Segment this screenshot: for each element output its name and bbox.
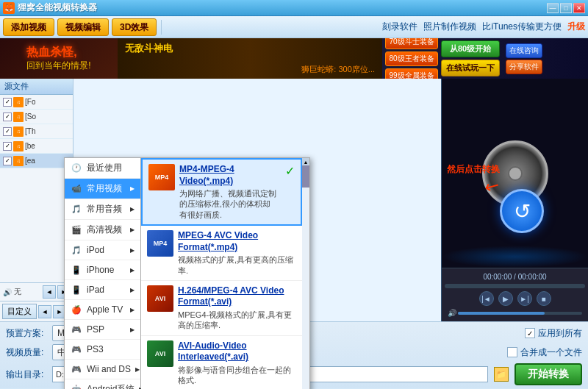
photo-video-link[interactable]: 照片制作视频 <box>423 21 476 33</box>
format-title-avi: AVI-Audio-Video Interleaved(*.avi) <box>178 340 296 363</box>
format-mp4[interactable]: MP4 MP4-MPEG-4 Video(*.mp4) 为网络广播、视频通讯定制… <box>141 158 302 226</box>
play-button[interactable]: ▶ <box>498 291 513 306</box>
ad-left: 热血杀怪, 回到当年的情景! <box>0 38 118 79</box>
file-name-1: [Fo <box>25 98 35 106</box>
ad-consult-button[interactable]: 在线咨询 <box>506 43 542 58</box>
speaker-icon: 🔊 <box>2 287 12 297</box>
file-icon-5: ♫ <box>13 156 24 166</box>
play-prev-button[interactable]: |◄ <box>479 291 494 306</box>
toolbar-separator <box>161 20 162 35</box>
format-desc-h264: MPEG4-视频格式的扩展,具有更高的压缩率. <box>178 310 296 331</box>
arrow-icon-7: ▶ <box>130 307 135 313</box>
menu-ipod-label: iPod <box>87 245 104 255</box>
stop-button[interactable]: ■ <box>537 291 551 306</box>
format-desc-mp4: 为网络广播、视频通讯定制的压缩标准,很小的体积却有很好画质. <box>179 188 278 220</box>
file-item-4[interactable]: ✓ ♫ [be <box>0 139 73 154</box>
convert-circle-icon[interactable]: ↺ <box>500 189 544 233</box>
ad-action-btns: 从80级开始 在线试玩一下 <box>441 40 500 76</box>
menu-recent[interactable]: 🕐 最近使用 <box>65 158 140 179</box>
footer-prev-button[interactable]: ◄ <box>43 285 56 299</box>
menu-ps3[interactable]: 🎮 PS3 <box>65 340 140 360</box>
ad-share-button[interactable]: 分享软件 <box>506 60 542 74</box>
video-quality-label: 视频质量: <box>6 346 46 359</box>
file-checkbox-1[interactable]: ✓ <box>3 98 12 107</box>
ad-start-button[interactable]: 从80级开始 <box>441 40 500 57</box>
menu-appletv[interactable]: 🍎 Apple TV ▶ <box>65 300 140 320</box>
file-checkbox-2[interactable]: ✓ <box>3 113 12 121</box>
file-item[interactable]: ✓ ♫ [Fo <box>0 95 73 110</box>
format-desc-mpeg4: 视频格式的扩展,具有更高的压缩率. <box>178 254 296 276</box>
file-icon-4: ♫ <box>13 141 24 151</box>
ad-trial-button[interactable]: 在线试玩一下 <box>441 60 500 76</box>
badge-mp4-label: MP4 <box>155 174 169 181</box>
scroll-up-button[interactable]: ▲ <box>302 158 309 165</box>
menu-android[interactable]: 🤖 Android系统 ▶ <box>65 379 140 389</box>
left-panel-header: 源文件 <box>0 79 73 95</box>
menu-psp-label: PSP <box>87 324 104 335</box>
volume-fill <box>458 312 545 315</box>
play-next-button[interactable]: ►| <box>517 291 532 306</box>
ad-badge-99: 99级全属装备 <box>385 68 438 79</box>
ad-badge-80: 80级王者装备 <box>385 51 438 66</box>
merge-label: 合并成一个文件 <box>520 346 582 359</box>
apply-all-checkbox[interactable]: ✓ <box>525 328 535 338</box>
custom-button[interactable]: 目定义 <box>2 304 37 319</box>
custom-area: 目定义 ◄ ► <box>0 301 73 321</box>
wii-icon: 🎮 <box>71 363 82 375</box>
file-item-2[interactable]: ✓ ♫ [So <box>0 110 73 124</box>
arrow-icon-8: ▶ <box>130 326 135 333</box>
dropdown-right-menu: MP4 MP4-MPEG-4 Video(*.mp4) 为网络广播、视频通讯定制… <box>141 157 310 389</box>
ps3-icon: 🎮 <box>71 343 82 355</box>
hd-icon: 🎬 <box>71 224 82 236</box>
badge-mpeg4-label: MP4 <box>154 240 168 247</box>
output-folder-button[interactable]: 📁 <box>494 367 509 382</box>
format-h264[interactable]: AVI H.264/MPEG-4 AVC Video Format(*.avi)… <box>141 281 302 336</box>
file-item-3[interactable]: ✓ ♫ [Th <box>0 124 73 139</box>
maximize-button[interactable]: □ <box>560 3 572 13</box>
nav-prev-button[interactable]: ◄ <box>38 305 51 318</box>
itunes-link[interactable]: 比iTunes传输更方便 <box>482 21 562 33</box>
recent-icon: 🕐 <box>71 163 82 174</box>
merge-checkbox[interactable] <box>507 347 517 357</box>
video-edit-button[interactable]: 视频编辑 <box>57 18 109 36</box>
preview-controls: 00:00:00 / 00:00:00 |◄ ▶ ►| ■ 🔊 <box>442 268 588 321</box>
file-checkbox-3[interactable]: ✓ <box>3 127 12 136</box>
burn-soft-link[interactable]: 刻录软件 <box>382 21 417 33</box>
menu-ipod[interactable]: 🎵 iPod ▶ <box>65 240 140 260</box>
menu-common-audio[interactable]: 🎵 常用音频 ▶ <box>65 199 140 220</box>
file-checkbox-4[interactable]: ✓ <box>3 142 12 151</box>
close-button[interactable]: ✕ <box>573 3 585 13</box>
start-convert-button[interactable]: 开始转换 <box>514 363 582 385</box>
menu-hd-video[interactable]: 🎬 高清视频 ▶ <box>65 220 140 240</box>
ad-mid-caption: 无敌斗神电 <box>125 42 173 55</box>
arrow-icon-4: ▶ <box>130 247 135 254</box>
menu-ps3-label: PS3 <box>87 344 104 354</box>
file-checkbox-5[interactable]: ✓ <box>3 157 12 165</box>
left-panel: 源文件 ✓ ♫ [Fo ✓ ♫ [So ✓ ♫ [Th ✓ ♫ [be <box>0 79 74 321</box>
output-label: 输出目录: <box>6 368 46 381</box>
menu-psp[interactable]: 🎮 PSP ▶ <box>65 320 140 340</box>
add-video-button[interactable]: 添加视频 <box>3 18 54 36</box>
menu-android-label: Android系统 <box>87 383 135 389</box>
effect-3d-button[interactable]: 3D效果 <box>112 18 157 36</box>
progress-bar[interactable] <box>445 284 585 288</box>
menu-wii[interactable]: 🎮 Wii and DS ▶ <box>65 360 140 379</box>
arrow-icon-2: ▶ <box>130 206 135 213</box>
upgrade-link[interactable]: 升级 <box>567 21 585 33</box>
menu-common-video[interactable]: 📹 常用视频 ▶ <box>65 179 140 199</box>
selected-checkmark: ✓ <box>285 164 295 178</box>
minimize-button[interactable]: — <box>547 3 559 13</box>
menu-iphone[interactable]: 📱 iPhone ▶ <box>65 260 140 280</box>
scroll-thumb[interactable] <box>302 165 309 188</box>
control-buttons: |◄ ▶ ►| ■ <box>445 290 585 307</box>
ad-sub-text: 回到当年的情景! <box>26 60 90 72</box>
file-name-5: [ea <box>25 157 35 165</box>
file-item-5[interactable]: ✓ ♫ [ea <box>0 154 73 168</box>
menu-iphone-label: iPhone <box>87 265 114 275</box>
volume-slider[interactable] <box>458 312 582 315</box>
dropdown-overlay: 🕐 最近使用 📹 常用视频 ▶ 🎵 常用音频 ▶ 🎬 高清视频 ▶ 🎵 iPod… <box>64 157 310 389</box>
format-avi[interactable]: AVI AVI-Audio-Video Interleaved(*.avi) 将… <box>141 336 302 389</box>
menu-ipad[interactable]: 📱 iPad ▶ <box>65 280 140 300</box>
format-mpeg4[interactable]: MP4 MPEG-4 AVC Video Format(*.mp4) 视频格式的… <box>141 226 302 281</box>
dropdown-left-menu: 🕐 最近使用 📹 常用视频 ▶ 🎵 常用音频 ▶ 🎬 高清视频 ▶ 🎵 iPod… <box>64 157 141 389</box>
